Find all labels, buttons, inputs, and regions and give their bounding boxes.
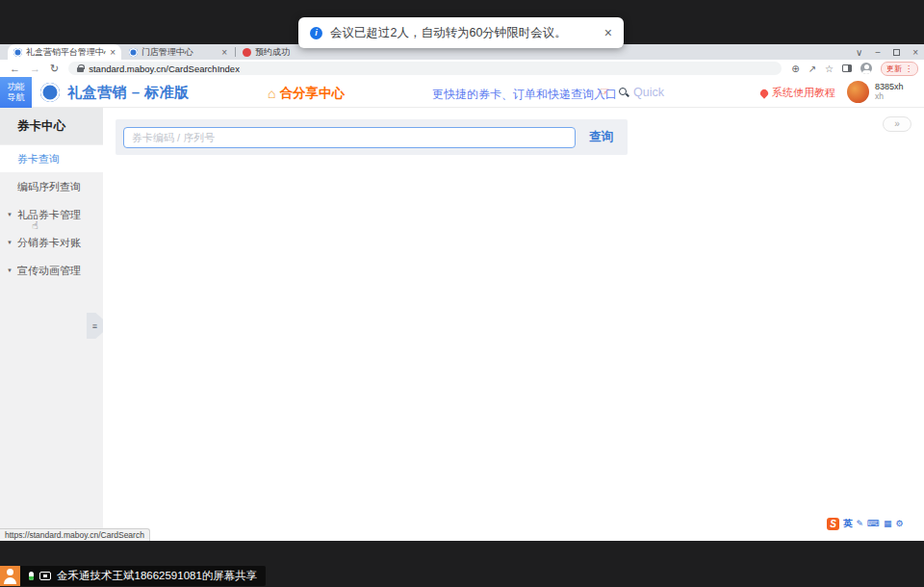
screen-share-label: 金禾通技术王斌18662591081的屏幕共享 — [57, 569, 257, 583]
card-search-panel: 查询 — [116, 119, 628, 155]
ime-skin-icon[interactable]: ▦ — [884, 520, 892, 528]
lock-icon — [77, 67, 84, 72]
sidebar-item-card-search[interactable]: 券卡查询 — [0, 145, 103, 172]
tab-favicon-icon — [243, 48, 251, 57]
nav-line1: 功能 — [8, 82, 25, 92]
chevron-down-icon: ▼ — [7, 201, 13, 228]
tab-favicon-icon — [13, 48, 22, 57]
update-label: 更新 — [886, 64, 902, 74]
tab-divider — [235, 47, 236, 57]
tab-close-icon[interactable]: × — [110, 47, 116, 58]
sidebar-item-gift-card-management[interactable]: ▼ 礼品券卡管理 — [0, 201, 103, 228]
app-brand-title: 礼盒营销 – 标准版 — [67, 84, 190, 102]
tab-search-icon[interactable]: ∨ — [856, 47, 862, 58]
sidebar-section-title: 券卡中心 — [0, 108, 103, 144]
ime-language-mode[interactable]: 英 — [843, 518, 853, 530]
profile-avatar-icon[interactable] — [860, 63, 872, 74]
ime-settings-icon[interactable]: ⚙ — [896, 520, 904, 528]
chevron-down-icon: ▼ — [7, 229, 13, 256]
query-button[interactable]: 查询 — [589, 129, 613, 145]
side-panel-icon[interactable] — [842, 64, 852, 72]
screen-share-bar[interactable]: 金禾通技术王斌18662591081的屏幕共享 — [0, 566, 266, 586]
sidebar-item-promo-animation-management[interactable]: ▼ 宣传动画管理 — [0, 257, 103, 284]
ime-keyboard-icon[interactable]: ⌨ — [867, 520, 880, 528]
tab-title: 门店管理中心 — [141, 46, 218, 59]
hamburger-icon: ≡ — [92, 321, 97, 331]
user-account[interactable]: 8385xh xh — [847, 81, 904, 103]
tab-title: 礼盒营销平台管理中心 — [26, 46, 106, 59]
ime-toolbar: S 英 ✎ ⌨ ▦ ⚙ — [824, 517, 907, 531]
browser-update-button[interactable]: 更新 ⋮ — [881, 62, 918, 76]
meeting-notification-banner: i 会议已超过2人，自动转为60分钟限时会议。 × — [298, 17, 624, 48]
window-controls: ∨ − × — [856, 44, 918, 60]
sidebar-item-label: 分销券卡对账 — [17, 237, 81, 248]
status-link-preview: https://standard.maboy.cn/CardSearch — [0, 528, 150, 541]
tab-giftbox-admin[interactable]: 礼盒营销平台管理中心 × — [8, 44, 121, 60]
close-icon[interactable]: × — [604, 25, 612, 40]
share-center-link[interactable]: ⌂ 合分享中心 — [268, 85, 345, 102]
main-area: 查询 » — [103, 108, 924, 541]
address-bar: ← → ↻ standard.maboy.cn/CardSearchIndex … — [0, 60, 924, 77]
zoom-icon[interactable]: ⊕ — [791, 64, 799, 74]
sidebar-item-code-sequence-search[interactable]: 编码序列查询 — [0, 173, 103, 200]
tab-favicon-icon — [129, 48, 138, 57]
quick-entry-tip[interactable]: 更快捷的券卡、订单和快递查询入口 — [432, 87, 617, 103]
user-avatar[interactable] — [847, 81, 869, 103]
sogou-logo-icon[interactable]: S — [827, 518, 839, 530]
share-center-label: 合分享中心 — [279, 85, 345, 102]
screen-share-icon — [39, 572, 51, 580]
house-icon: ⌂ — [268, 87, 275, 100]
participant-icon — [0, 566, 20, 586]
app-header: 功能 导航 礼盒营销 – 标准版 ⌂ 合分享中心 更快捷的券卡、订单和快递查询入… — [0, 77, 924, 108]
card-search-input[interactable] — [123, 127, 576, 148]
user-alias: xh — [875, 92, 904, 102]
close-window-button[interactable]: × — [912, 47, 918, 58]
minimize-button[interactable]: − — [875, 47, 881, 58]
sidebar-item-distribution-reconciliation[interactable]: ▼ 分销券卡对账 — [0, 229, 103, 256]
chevron-down-icon: ▼ — [7, 257, 13, 284]
reload-icon[interactable]: ↻ — [50, 63, 59, 75]
menu-dots-icon: ⋮ — [905, 64, 912, 73]
screen-share-pill: 金禾通技术王斌18662591081的屏幕共享 — [20, 566, 266, 586]
forward-icon[interactable]: → — [30, 63, 40, 74]
system-tutorial-link[interactable]: 系统使用教程 — [760, 86, 835, 100]
url-text[interactable]: standard.maboy.cn/CardSearchIndex — [89, 64, 240, 74]
function-nav-button[interactable]: 功能 导航 — [0, 77, 32, 108]
share-icon[interactable]: ↗ — [808, 64, 816, 74]
maximize-button[interactable] — [893, 49, 900, 56]
quick-label[interactable]: Quick — [633, 86, 664, 99]
quick-search-icon[interactable] — [619, 88, 627, 95]
url-field[interactable]: standard.maboy.cn/CardSearchIndex — [68, 62, 782, 75]
info-icon: i — [310, 27, 322, 39]
sidebar-item-label: 礼品券卡管理 — [17, 209, 81, 220]
notification-message: 会议已超过2人，自动转为60分钟限时会议。 — [330, 25, 567, 41]
expand-panel-button[interactable]: » — [883, 116, 911, 132]
browser-window: 礼盒营销平台管理中心 × 门店管理中心 × 预约成功 ∨ − × ← — [0, 44, 924, 541]
nav-line2: 导航 — [8, 92, 25, 103]
ime-pencil-icon[interactable]: ✎ — [857, 520, 864, 528]
app-logo-icon — [40, 83, 60, 102]
back-icon[interactable]: ← — [10, 63, 20, 74]
sidebar-item-label: 宣传动画管理 — [17, 265, 81, 276]
tutorial-label: 系统使用教程 — [772, 86, 835, 100]
microphone-icon[interactable] — [29, 572, 34, 580]
address-actions: ⊕ ↗ ☆ 更新 ⋮ — [791, 62, 918, 76]
tab-store-admin[interactable]: 门店管理中心 × — [123, 44, 233, 60]
desktop-screen: 礼盒营销平台管理中心 × 门店管理中心 × 预约成功 ∨ − × ← — [0, 0, 924, 587]
bookmark-star-icon[interactable]: ☆ — [825, 64, 834, 74]
mouse-hand-cursor: ☝ — [32, 219, 38, 232]
page-content: 券卡中心 券卡查询 编码序列查询 ▼ 礼品券卡管理 ▼ 分销券卡对账 ▼ 宣传动… — [0, 108, 924, 541]
pointing-hand-icon: ☞ — [600, 85, 610, 98]
pin-icon — [758, 88, 769, 98]
user-names: 8385xh xh — [875, 82, 904, 101]
tab-close-icon[interactable]: × — [221, 47, 227, 58]
